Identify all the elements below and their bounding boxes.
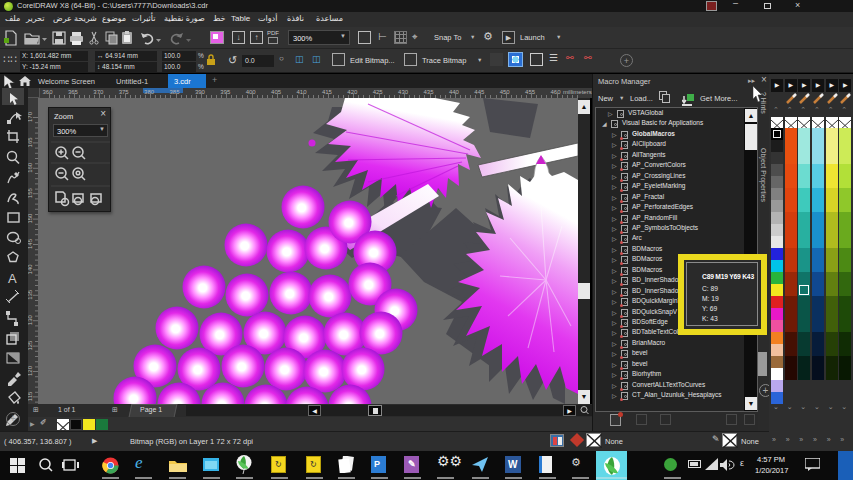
svg-text:140: 140 [28,264,33,275]
svg-text:115: 115 [28,391,33,401]
svg-text:155: 155 [28,188,33,199]
svg-text:120: 120 [28,365,33,376]
svg-text:150: 150 [28,213,33,224]
svg-text:160: 160 [28,162,33,173]
svg-text:145: 145 [28,238,33,249]
svg-text:135: 135 [28,289,33,300]
svg-text:170: 170 [28,111,33,122]
svg-text:130: 130 [28,315,33,326]
svg-text:A: A [8,271,17,286]
svg-text:125: 125 [28,340,33,351]
svg-text:165: 165 [28,137,33,148]
